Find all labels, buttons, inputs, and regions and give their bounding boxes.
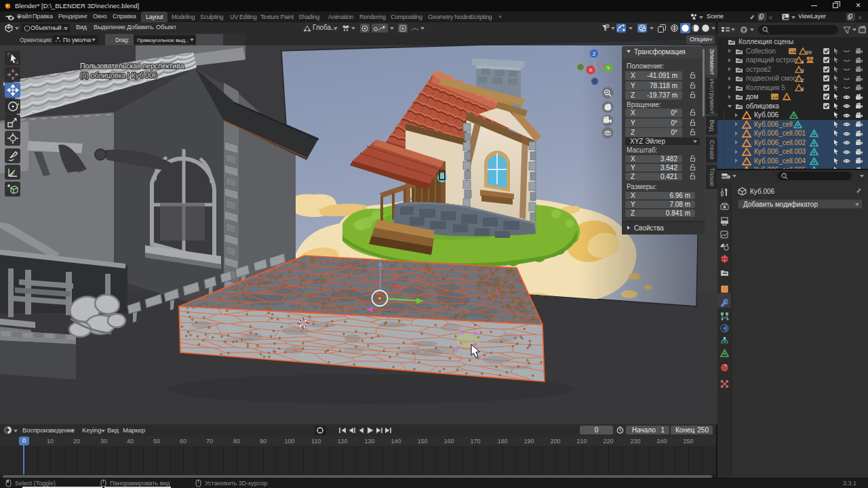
svg-text:Пользовательская перспектива: Пользовательская перспектива <box>80 62 184 70</box>
svg-text:Y: Y <box>606 65 610 71</box>
svg-text:Z: Z <box>593 51 596 57</box>
svg-text:X: X <box>589 67 592 73</box>
svg-text:(0) облицовка | Куб 006: (0) облицовка | Куб 006 <box>80 71 157 79</box>
